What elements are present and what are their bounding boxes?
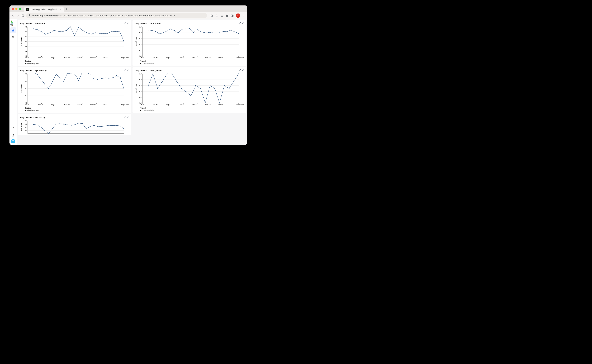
- sidebar-key-icon[interactable]: [10, 125, 16, 131]
- svg-point-65: [107, 33, 108, 33]
- svg-point-1: [211, 14, 213, 16]
- minimize-window-button[interactable]: [15, 8, 18, 10]
- menu-dots-icon[interactable]: [242, 14, 245, 17]
- svg-point-240: [41, 127, 41, 128]
- svg-point-67: [115, 31, 116, 32]
- svg-point-247: [67, 125, 68, 125]
- expand-icon[interactable]: [124, 22, 126, 25]
- chart-plot: 0.00.20.40.60.81.0: [137, 26, 244, 57]
- svg-point-55: [66, 30, 67, 31]
- svg-point-14: [12, 36, 14, 37]
- side-panel-icon[interactable]: [231, 14, 234, 17]
- help-button[interactable]: [11, 139, 15, 143]
- expand-icon[interactable]: [124, 116, 126, 119]
- svg-point-120: [238, 33, 239, 34]
- sidebar-logo-icon[interactable]: 🦜🛠️: [10, 20, 16, 26]
- collapse-icon[interactable]: [127, 116, 129, 119]
- svg-point-245: [60, 124, 60, 124]
- maximize-window-button[interactable]: [19, 8, 21, 10]
- close-window-button[interactable]: [12, 8, 14, 10]
- x-tick-label: Fri 25: [25, 104, 38, 105]
- svg-line-217: [124, 117, 125, 118]
- collapse-icon[interactable]: [242, 22, 244, 25]
- forward-button[interactable]: [16, 14, 20, 17]
- svg-point-214: [234, 81, 234, 82]
- page-content: 🦜🛠️ Avg. Score – difficultyAvg. Score0.0…: [9, 19, 247, 145]
- x-tick-label: Tue 29: [192, 104, 205, 105]
- svg-point-213: [229, 88, 229, 89]
- y-axis-label: Avg. Score: [20, 84, 23, 93]
- svg-point-198: [157, 88, 158, 89]
- svg-line-72: [243, 23, 244, 23]
- tabs-dropdown-icon[interactable]: [242, 7, 245, 11]
- x-tick-label: Wed 30: [205, 57, 218, 58]
- close-tab-icon[interactable]: ✕: [60, 8, 62, 11]
- svg-point-113: [212, 32, 213, 32]
- svg-point-211: [219, 103, 220, 103]
- x-axis-labels: Fri 25Sat 26Aug 27Mon 28Tue 29Wed 30Thu …: [20, 57, 129, 58]
- svg-point-202: [176, 81, 177, 82]
- chart-legend: Projectchat-langchain: [20, 60, 129, 65]
- extensions-icon[interactable]: [226, 14, 229, 17]
- svg-text:0.8: 0.8: [25, 73, 27, 75]
- expand-icon[interactable]: [124, 69, 126, 72]
- svg-point-251: [82, 124, 83, 124]
- legend-item: chat-langchain: [140, 109, 244, 111]
- reload-button[interactable]: [21, 14, 24, 17]
- svg-point-56: [70, 26, 71, 27]
- collapse-icon[interactable]: [127, 22, 129, 25]
- chart-title: Avg. Score – relevance: [135, 22, 161, 25]
- new-tab-button[interactable]: +: [65, 7, 67, 11]
- chart-legend: Projectchat-langchain: [20, 107, 129, 111]
- svg-point-204: [186, 91, 187, 92]
- svg-point-258: [108, 125, 109, 126]
- profile-avatar[interactable]: W: [236, 13, 240, 18]
- svg-point-97: [151, 30, 152, 31]
- sidebar-database-icon[interactable]: [10, 34, 16, 40]
- svg-point-157: [78, 80, 79, 81]
- legend-title: Project: [140, 60, 244, 62]
- svg-rect-0: [29, 15, 30, 16]
- svg-text:0.8: 0.8: [139, 79, 142, 81]
- chart-plot: 0.00.20.40.60.8: [23, 73, 129, 104]
- bookmark-star-icon[interactable]: [221, 14, 223, 17]
- expand-icon[interactable]: [239, 22, 241, 25]
- sidebar-dashboard-icon[interactable]: [10, 27, 16, 33]
- back-button[interactable]: [11, 14, 14, 17]
- svg-point-64: [103, 33, 104, 34]
- collapse-icon[interactable]: [242, 69, 244, 72]
- svg-point-104: [178, 32, 179, 33]
- chart-grid: Avg. Score – difficultyAvg. Score0.00.10…: [18, 20, 246, 135]
- svg-point-205: [191, 95, 191, 96]
- svg-point-109: [197, 29, 197, 30]
- svg-text:1.0: 1.0: [139, 73, 142, 75]
- share-icon[interactable]: [215, 14, 218, 17]
- svg-point-108: [193, 32, 194, 33]
- svg-point-253: [90, 126, 90, 127]
- svg-point-209: [210, 85, 210, 86]
- collapse-icon[interactable]: [127, 69, 129, 72]
- toolbar-right: W: [210, 13, 245, 18]
- sidebar-document-icon[interactable]: [10, 132, 16, 138]
- svg-point-151: [56, 74, 56, 75]
- svg-text:0.1: 0.1: [25, 50, 27, 52]
- x-tick-label: Tue 29: [192, 57, 205, 58]
- expand-icon[interactable]: [239, 69, 241, 72]
- svg-point-114: [216, 32, 216, 32]
- search-icon[interactable]: [210, 14, 213, 17]
- x-axis-labels: Fri 25Sat 26Aug 27Mon 28Tue 29Wed 30Thu …: [135, 57, 244, 58]
- svg-line-22: [128, 24, 128, 24]
- svg-point-99: [159, 33, 160, 34]
- url-input[interactable]: smith.langchain.com/o/ebbaf2eb-769b-4505…: [26, 13, 207, 18]
- svg-point-161: [93, 78, 94, 79]
- x-tick-label: Aug 27: [51, 57, 64, 58]
- svg-point-168: [120, 77, 121, 78]
- svg-point-162: [97, 79, 98, 80]
- svg-text:0.4: 0.4: [25, 36, 27, 38]
- x-tick-label: Mon 28: [64, 57, 77, 58]
- browser-tab[interactable]: chat-langchain - LangSmith ✕: [24, 6, 64, 12]
- legend-title: Project: [25, 107, 129, 109]
- chart-plot: 0.50.60.70.8: [23, 120, 129, 134]
- svg-text:0.5: 0.5: [25, 130, 27, 131]
- svg-text:0.6: 0.6: [139, 85, 142, 86]
